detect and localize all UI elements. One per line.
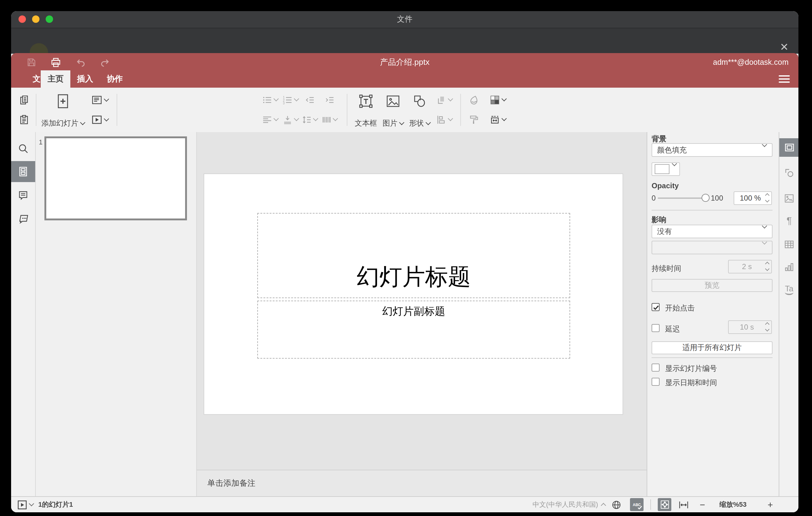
insert-image-icon[interactable] (386, 94, 401, 108)
slide-title-text: 幻灯片标题 (357, 262, 471, 292)
chart-settings-tab[interactable] (779, 257, 799, 276)
slides-panel-tab[interactable] (11, 161, 35, 182)
insert-shape-button[interactable]: 形状 (409, 118, 430, 129)
opacity-value-spinner[interactable]: 100 % (734, 191, 772, 205)
tab-collaboration[interactable]: 协作 (101, 70, 128, 88)
textart-settings-tab[interactable]: Ta (779, 280, 799, 299)
menu-icon[interactable] (779, 74, 790, 82)
show-date-time-label: 显示日期和时间 (665, 378, 717, 388)
slide-layout-button[interactable] (92, 95, 108, 105)
spellcheck-toggle[interactable]: ABC (630, 498, 643, 511)
host-app-strip (11, 28, 799, 54)
horizontal-align-button[interactable] (263, 115, 278, 124)
effect-option-select[interactable] (651, 241, 773, 254)
status-bar: 1的幻灯片1 中文(中华人民共和国) ABC (11, 496, 799, 512)
paragraph-settings-tab[interactable]: ¶ (779, 212, 799, 230)
macos-titlebar: 文件 (11, 11, 799, 28)
slide[interactable]: 幻灯片标题 幻灯片副标题 (204, 174, 622, 414)
textbox-button[interactable]: 文本框 (355, 118, 377, 129)
tab-insert[interactable]: 插入 (71, 70, 99, 88)
table-settings-tab[interactable] (779, 235, 799, 254)
slide-subtitle-text: 幻灯片副标题 (382, 304, 445, 318)
delay-spinner[interactable]: 10 s (728, 320, 772, 334)
editor-header: 产品介绍.pptx adm***@dootask.com 文件 主页 插入 协作 (11, 53, 799, 88)
increase-indent-button[interactable] (325, 96, 334, 104)
user-email: adm***@dootask.com (713, 53, 788, 70)
slide-caption: 1的幻灯片1 (38, 497, 73, 512)
fill-type-select[interactable]: 颜色填充 (651, 143, 773, 157)
add-slide-button[interactable]: 添加幻灯片 (41, 118, 85, 129)
search-icon[interactable] (11, 138, 35, 159)
shape-settings-tab[interactable] (779, 164, 799, 182)
fill-color-picker[interactable] (651, 162, 680, 176)
apply-to-all-slides-button[interactable]: 适用于所有幻灯片 (651, 341, 773, 354)
image-settings-tab[interactable] (779, 189, 799, 207)
slide-thumbnail-panel: 1 (36, 132, 197, 496)
duration-label: 持续时间 (651, 263, 681, 274)
effect-label: 影响 (651, 215, 666, 225)
show-slide-number-label: 显示幻灯片编号 (665, 364, 717, 374)
slide-number: 1 (36, 138, 42, 146)
paste-button[interactable] (19, 115, 29, 125)
slide-settings-tab[interactable] (779, 138, 799, 157)
bullets-button[interactable] (263, 96, 278, 104)
close-icon[interactable]: ✕ (778, 41, 791, 54)
zoom-in-button[interactable]: + (767, 497, 773, 512)
effect-select[interactable]: 没有 (651, 225, 773, 238)
slide-settings-panel: 背景 颜色填充 Opacity 0 100 100 % 影响 没有 (647, 132, 779, 496)
comments-icon[interactable] (11, 184, 35, 205)
toolbar: 添加幻灯片 A▲ A▼ Aa B I U S (11, 88, 799, 133)
duration-spinner[interactable]: 2 s (728, 260, 772, 274)
subtitle-placeholder[interactable]: 幻灯片副标题 (257, 300, 570, 359)
insert-image-button[interactable]: 图片 (382, 118, 404, 129)
start-on-click-checkbox[interactable] (651, 303, 660, 311)
document-title: 产品介绍.pptx (11, 53, 799, 70)
notes-area[interactable]: 单击添加备注 (197, 470, 647, 496)
clear-style-button[interactable] (469, 95, 479, 105)
start-slideshow-statusbar-button[interactable] (17, 497, 33, 512)
copy-button[interactable] (19, 95, 29, 105)
chat-icon[interactable] (11, 208, 35, 229)
arrange-shape-button[interactable] (436, 95, 452, 105)
delay-checkbox[interactable] (651, 324, 660, 332)
show-date-time-checkbox[interactable] (651, 378, 660, 386)
align-shape-button[interactable] (436, 115, 452, 125)
app-window: 文件 ✕ (11, 11, 799, 512)
columns-button[interactable] (322, 115, 337, 124)
opacity-max-label: 100 (711, 194, 723, 202)
numbering-button[interactable]: 123 (283, 96, 298, 104)
svg-text:3: 3 (283, 102, 285, 104)
line-spacing-button[interactable] (302, 115, 317, 124)
start-slideshow-button[interactable] (92, 115, 108, 124)
screen: 文件 ✕ (0, 0, 812, 516)
add-slide-icon[interactable] (56, 93, 70, 112)
zoom-out-button[interactable]: − (700, 497, 705, 512)
zoom-level: 缩放%53 (720, 497, 747, 512)
window-title: 文件 (11, 11, 799, 28)
textbox-icon[interactable] (358, 94, 373, 109)
editor-canvas: 幻灯片标题 幻灯片副标题 单击添加备注 (197, 132, 647, 496)
opacity-label: Opacity (651, 181, 679, 190)
right-icon-bar: ¶ Ta (779, 132, 799, 496)
left-sidebar (11, 132, 36, 496)
show-slide-number-checkbox[interactable] (651, 364, 660, 372)
language-selector[interactable]: 中文(中华人民共和国) (532, 497, 606, 512)
slide-size-button[interactable] (490, 115, 506, 125)
opacity-slider-track[interactable] (658, 198, 703, 199)
copy-style-button[interactable] (469, 115, 479, 125)
notes-placeholder-text: 单击添加备注 (207, 478, 256, 489)
vertical-align-button[interactable] (283, 115, 298, 124)
background-label: 背景 (651, 134, 666, 144)
slide-thumbnail[interactable] (45, 136, 187, 220)
fit-to-width-button[interactable] (679, 497, 689, 512)
fit-to-slide-toggle[interactable] (658, 498, 671, 511)
preview-button[interactable]: 预览 (651, 279, 773, 292)
decrease-indent-button[interactable] (305, 96, 314, 104)
insert-shape-icon[interactable] (412, 94, 427, 109)
tab-home[interactable]: 主页 (41, 70, 70, 88)
title-placeholder[interactable]: 幻灯片标题 (257, 213, 570, 298)
opacity-slider-thumb[interactable] (701, 194, 709, 202)
color-scheme-button[interactable] (490, 95, 506, 105)
set-language-icon[interactable] (611, 497, 621, 512)
start-on-click-label: 开始点击 (665, 303, 695, 314)
